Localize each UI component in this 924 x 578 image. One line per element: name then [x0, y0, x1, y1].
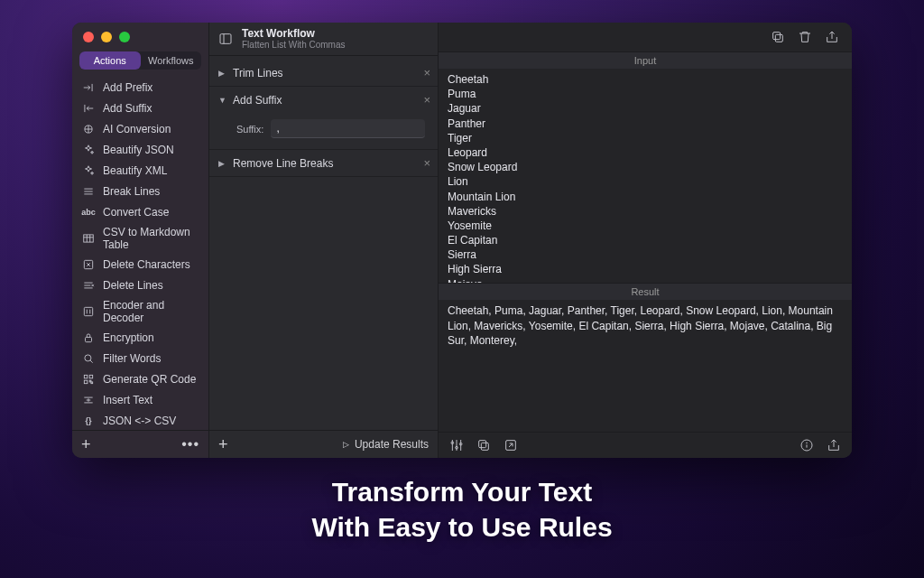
svg-point-47	[807, 443, 808, 443]
app-window: Actions Workflows Add PrefixAdd SuffixAI…	[72, 23, 852, 458]
action-item[interactable]: {}JSON <-> CSV	[72, 410, 208, 430]
svg-rect-12	[84, 307, 92, 315]
svg-rect-20	[91, 381, 93, 383]
lock-icon	[81, 331, 96, 345]
add-step-button[interactable]: +	[218, 436, 228, 452]
sparkle-brain-icon	[81, 122, 96, 136]
action-item[interactable]: abcConvert Case	[72, 201, 208, 222]
svg-rect-18	[84, 380, 88, 384]
workflow-step[interactable]: ▼Add Suffix×Suffix:	[209, 87, 438, 150]
action-label: Break Lines	[103, 185, 160, 198]
svg-rect-32	[220, 34, 231, 44]
action-label: Beautify XML	[103, 164, 167, 177]
action-item[interactable]: Beautify JSON	[72, 139, 208, 160]
action-label: Encoder and Decoder	[103, 299, 199, 324]
suffix-field-label: Suffix:	[236, 124, 263, 135]
maximize-window-button[interactable]	[119, 32, 130, 42]
minimize-window-button[interactable]	[101, 32, 112, 42]
workflow-footer: + ▷ Update Results	[209, 430, 438, 458]
remove-step-button[interactable]: ×	[423, 93, 430, 107]
remove-step-button[interactable]: ×	[423, 156, 430, 170]
step-body: Suffix:	[218, 112, 430, 138]
svg-point-14	[85, 354, 91, 360]
svg-rect-35	[773, 33, 781, 40]
action-label: AI Conversion	[103, 123, 171, 135]
action-label: Insert Text	[103, 394, 152, 406]
toolbar	[439, 23, 852, 52]
result-label: Result	[439, 284, 852, 300]
qr-icon	[81, 372, 96, 387]
tagline-line2: With Easy to Use Rules	[0, 509, 924, 545]
sparkles-icon	[81, 143, 96, 157]
copy-result-button[interactable]	[476, 438, 491, 452]
action-item[interactable]: Generate QR Code	[72, 368, 208, 389]
close-window-button[interactable]	[83, 32, 94, 42]
sidebar-footer: + •••	[72, 430, 208, 458]
disclosure-right-icon[interactable]: ▶	[218, 69, 227, 78]
input-pane[interactable]: CheetahPumaJaguarPantherTigerLeopardSnow…	[439, 69, 852, 284]
info-button[interactable]	[799, 438, 814, 452]
input-label: Input	[439, 52, 852, 69]
svg-rect-17	[89, 375, 93, 378]
action-label: Encryption	[103, 331, 154, 344]
add-action-button[interactable]: +	[81, 436, 91, 452]
arrow-in-left-icon	[81, 101, 96, 116]
svg-line-15	[90, 360, 93, 363]
action-item[interactable]: Insert Text	[72, 389, 208, 410]
sparkles-icon	[81, 163, 96, 178]
disclosure-right-icon[interactable]: ▶	[218, 159, 227, 168]
workflow-steps: ▶Trim Lines×▼Add Suffix×Suffix:▶Remove L…	[209, 56, 438, 430]
step-name: Add Suffix	[233, 94, 282, 107]
action-label: Add Prefix	[103, 81, 152, 94]
more-button[interactable]: •••	[181, 437, 199, 452]
tab-workflows[interactable]: Workflows	[141, 51, 202, 70]
copy-button[interactable]	[771, 30, 785, 44]
x-lines-icon	[81, 278, 96, 293]
action-item[interactable]: CSV to Markdown Table	[72, 222, 208, 254]
action-item[interactable]: Encryption	[72, 327, 208, 348]
export-button[interactable]	[827, 438, 841, 452]
workflow-step[interactable]: ▶Trim Lines×	[209, 60, 438, 87]
share-button[interactable]	[825, 30, 839, 44]
tagline-line1: Transform Your Text	[0, 474, 924, 509]
action-item[interactable]: AI Conversion	[72, 118, 208, 139]
tab-actions[interactable]: Actions	[79, 51, 141, 70]
trash-button[interactable]	[798, 30, 812, 44]
action-item[interactable]: Beautify XML	[72, 160, 208, 181]
suffix-input[interactable]	[271, 119, 425, 138]
action-label: Convert Case	[103, 206, 169, 219]
arrow-in-right-icon	[81, 80, 96, 95]
disclosure-down-icon[interactable]: ▼	[218, 96, 227, 105]
lines-icon	[81, 184, 96, 199]
result-pane[interactable]: Cheetah, Puma, Jaguar, Panther, Tiger, L…	[439, 300, 852, 432]
toggle-sidebar-button[interactable]	[218, 32, 233, 46]
brackets-icon	[81, 304, 96, 319]
actions-list: Add PrefixAdd SuffixAI ConversionBeautif…	[72, 75, 208, 430]
workflow-step[interactable]: ▶Remove Line Breaks×	[209, 150, 438, 177]
json-csv-icon: {}	[81, 414, 96, 428]
action-item[interactable]: Add Prefix	[72, 77, 208, 98]
workflow-column: Text Workflow Flatten List With Commas ▶…	[209, 23, 439, 458]
settings-button[interactable]	[449, 438, 464, 452]
action-item[interactable]: Delete Characters	[72, 254, 208, 275]
insert-icon	[81, 393, 96, 407]
action-label: Add Suffix	[103, 102, 152, 115]
action-label: Filter Words	[103, 352, 161, 365]
action-item[interactable]: Filter Words	[72, 348, 208, 368]
action-label: Generate QR Code	[103, 373, 196, 386]
titlebar: Text Workflow Flatten List With Commas	[209, 23, 438, 56]
x-square-icon	[81, 257, 96, 272]
open-external-button[interactable]	[504, 438, 518, 452]
action-label: Delete Characters	[103, 258, 190, 271]
action-label: Delete Lines	[103, 279, 163, 292]
action-item[interactable]: Delete Lines	[72, 275, 208, 295]
sidebar: Actions Workflows Add PrefixAdd SuffixAI…	[72, 23, 209, 458]
preview-footer	[439, 432, 852, 458]
remove-step-button[interactable]: ×	[423, 66, 430, 79]
action-item[interactable]: Add Suffix	[72, 98, 208, 118]
update-results-button[interactable]: ▷ Update Results	[343, 438, 429, 451]
abc-icon: abc	[81, 205, 96, 219]
action-item[interactable]: Break Lines	[72, 181, 208, 201]
action-item[interactable]: Encoder and Decoder	[72, 295, 208, 327]
update-results-label: Update Results	[355, 438, 429, 451]
